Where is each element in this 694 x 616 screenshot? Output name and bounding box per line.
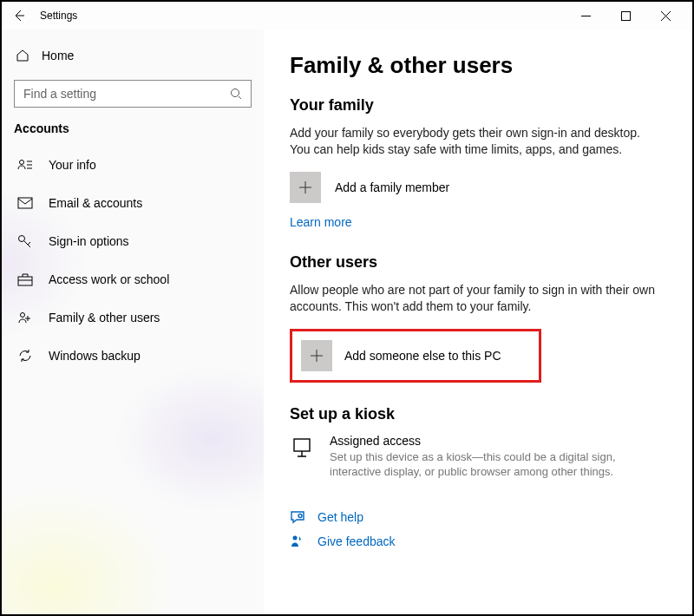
sidebar-home-label: Home <box>42 49 74 62</box>
your-family-description: Add your family so everybody gets their … <box>290 125 658 158</box>
kiosk-icon <box>290 436 314 460</box>
add-family-member-button[interactable] <box>290 172 321 203</box>
svg-point-6 <box>21 313 25 318</box>
chat-help-icon <box>290 509 305 525</box>
kiosk-heading: Set up a kiosk <box>290 405 658 423</box>
svg-rect-7 <box>294 439 310 451</box>
sidebar-item-label: Access work or school <box>49 272 169 286</box>
minimize-icon <box>581 11 591 21</box>
people-icon <box>17 311 33 324</box>
sidebar-item-label: Email & accounts <box>49 196 142 210</box>
back-button[interactable] <box>9 5 29 26</box>
other-users-description: Allow people who are not part of your fa… <box>290 282 658 315</box>
svg-rect-3 <box>18 198 32 208</box>
sidebar-home[interactable]: Home <box>2 40 264 71</box>
close-icon <box>661 11 671 21</box>
get-help-label: Get help <box>318 510 363 524</box>
search-icon <box>230 88 242 100</box>
search-input[interactable] <box>23 87 230 101</box>
maximize-icon <box>621 11 631 21</box>
sidebar-item-label: Windows backup <box>49 349 141 363</box>
window-title: Settings <box>40 10 77 22</box>
get-help-link[interactable]: Get help <box>290 509 658 525</box>
add-family-member-label: Add a family member <box>335 180 449 194</box>
main-content: Family & other users Your family Add you… <box>264 29 692 614</box>
add-someone-else-highlight: Add someone else to this PC <box>290 329 541 383</box>
svg-point-1 <box>232 89 239 97</box>
sidebar-item-label: Family & other users <box>49 311 160 324</box>
person-card-icon <box>17 158 33 172</box>
svg-rect-0 <box>621 11 630 20</box>
sidebar-item-your-info[interactable]: Your info <box>2 146 264 184</box>
home-icon <box>16 49 29 62</box>
window-controls <box>566 3 685 29</box>
give-feedback-link[interactable]: Give feedback <box>290 534 658 549</box>
assigned-access-title: Assigned access <box>330 434 658 448</box>
key-icon <box>17 234 33 248</box>
give-feedback-label: Give feedback <box>318 534 396 548</box>
sidebar-item-work-school[interactable]: Access work or school <box>2 260 264 298</box>
add-someone-else-button[interactable] <box>301 340 332 371</box>
svg-point-9 <box>293 535 298 540</box>
page-title: Family & other users <box>290 52 658 79</box>
titlebar: Settings <box>2 2 692 29</box>
plus-icon <box>308 347 325 364</box>
learn-more-link[interactable]: Learn more <box>290 215 352 229</box>
svg-point-8 <box>298 514 302 517</box>
maximize-button[interactable] <box>606 3 645 29</box>
briefcase-icon <box>17 272 33 286</box>
add-family-member-row[interactable]: Add a family member <box>290 172 658 203</box>
sidebar-item-label: Your info <box>49 158 96 172</box>
sidebar-section-label: Accounts <box>2 121 264 146</box>
sync-icon <box>17 349 33 363</box>
sidebar-item-windows-backup[interactable]: Windows backup <box>2 337 264 375</box>
your-family-heading: Your family <box>290 96 658 115</box>
search-box[interactable] <box>14 80 252 108</box>
mail-icon <box>17 197 33 209</box>
other-users-heading: Other users <box>290 253 658 272</box>
sidebar-item-signin-options[interactable]: Sign-in options <box>2 222 264 260</box>
plus-icon <box>297 179 314 196</box>
assigned-access-row[interactable]: Assigned access Set up this device as a … <box>290 434 658 480</box>
add-someone-else-label: Add someone else to this PC <box>344 349 501 363</box>
minimize-button[interactable] <box>566 3 606 29</box>
sidebar: Home Accounts Your info Email & accounts <box>2 29 264 614</box>
feedback-person-icon <box>290 534 305 549</box>
sidebar-item-label: Sign-in options <box>49 234 129 248</box>
sidebar-item-email-accounts[interactable]: Email & accounts <box>2 184 264 222</box>
svg-point-2 <box>20 161 24 165</box>
svg-rect-5 <box>18 277 32 285</box>
assigned-access-description: Set up this device as a kiosk—this could… <box>330 449 658 480</box>
assigned-access-text: Assigned access Set up this device as a … <box>330 434 658 480</box>
close-button[interactable] <box>645 3 685 29</box>
arrow-left-icon <box>12 9 26 23</box>
sidebar-item-family-other-users[interactable]: Family & other users <box>2 298 264 337</box>
svg-point-4 <box>19 236 25 242</box>
